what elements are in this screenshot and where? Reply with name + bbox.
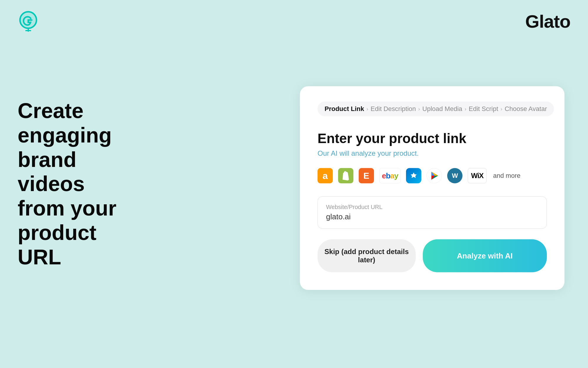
url-input-label: Website/Product URL xyxy=(326,204,538,210)
amazon-icon: a xyxy=(318,168,333,183)
appstore-icon xyxy=(406,168,421,183)
wordpress-icon: W xyxy=(447,168,462,183)
form-title: Enter your product link xyxy=(318,130,547,146)
hero-text: Create engaging brand videos from your p… xyxy=(18,99,141,269)
wix-icon: WiX xyxy=(468,168,487,183)
shopify-icon xyxy=(338,168,353,183)
logo-area xyxy=(18,11,39,32)
skip-button[interactable]: Skip (add product details later) xyxy=(318,239,416,272)
chevron-icon-3: › xyxy=(465,106,466,112)
breadcrumb-step-5[interactable]: Choose Avatar xyxy=(505,105,547,113)
etsy-icon: E xyxy=(359,168,374,183)
platforms-more-label: and more xyxy=(493,172,520,180)
chevron-icon-4: › xyxy=(501,106,502,112)
url-input-value: glato.ai xyxy=(326,212,538,221)
brand-name: Glato xyxy=(525,11,570,32)
chevron-icon-1: › xyxy=(366,106,368,112)
breadcrumb: Product Link › Edit Description › Upload… xyxy=(318,102,554,116)
breadcrumb-step-3[interactable]: Upload Media xyxy=(422,105,462,113)
breadcrumb-step-4[interactable]: Edit Script xyxy=(469,105,498,113)
header: Glato xyxy=(0,0,588,42)
url-input-field[interactable]: Website/Product URL glato.ai xyxy=(318,196,547,229)
google-play-icon xyxy=(427,168,442,183)
breadcrumb-step-2[interactable]: Edit Description xyxy=(370,105,416,113)
main-card-container: Product Link › Edit Description › Upload… xyxy=(300,86,564,290)
hero-headline: Create engaging brand videos from your p… xyxy=(18,99,141,269)
glato-logo-icon xyxy=(18,11,39,32)
breadcrumb-step-1[interactable]: Product Link xyxy=(325,105,364,113)
chevron-icon-2: › xyxy=(418,106,420,112)
main-card: Product Link › Edit Description › Upload… xyxy=(300,86,564,290)
analyze-button[interactable]: Analyze with AI xyxy=(423,239,547,272)
action-buttons-row: Skip (add product details later) Analyze… xyxy=(318,239,547,272)
ebay-icon: ebay xyxy=(379,168,401,183)
platform-icons-row: a E ebay xyxy=(318,168,547,183)
form-subtitle: Our AI will analyze your product. xyxy=(318,149,547,158)
